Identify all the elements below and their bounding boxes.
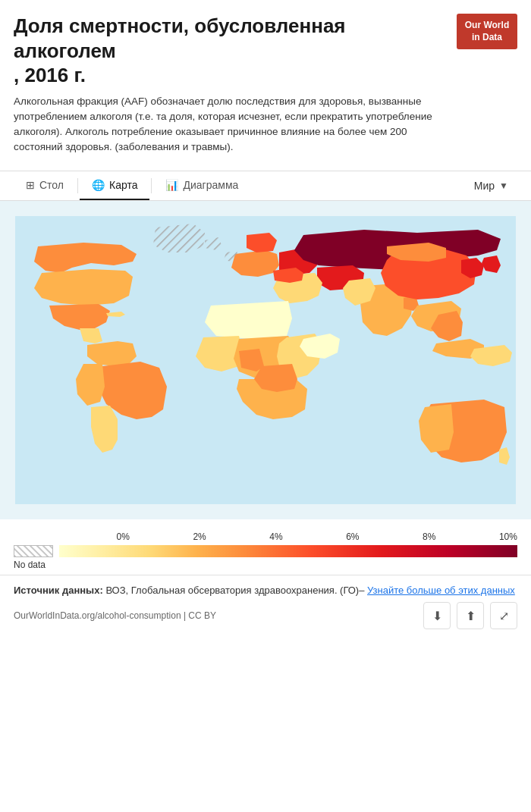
description-text: Алкогольная фракция (AAF) обозначает дол… — [14, 94, 449, 155]
tab-map[interactable]: 🌐 Карта — [80, 171, 149, 200]
legend-label-3: 6% — [346, 531, 359, 542]
tab-chart-label: Диаграмма — [183, 179, 238, 191]
our-world-in-data-logo: Our World in Data — [457, 14, 517, 49]
tab-table-label: Стол — [39, 179, 64, 191]
table-icon: ⊞ — [26, 179, 35, 191]
expand-icon: ⤢ — [499, 609, 509, 623]
map-container — [0, 201, 531, 519]
tab-table[interactable]: ⊞ Стол — [14, 171, 76, 200]
legend-no-data-label: No data — [14, 560, 53, 570]
legend-label-5: 10% — [499, 531, 517, 542]
footer: Источник данных: ВОЗ, Глобальная обсерва… — [0, 575, 531, 636]
subtitle-text: , 2016 г. — [14, 64, 86, 86]
legend-labels: 0% 2% 4% 6% 8% 10% — [14, 531, 517, 542]
footer-url: OurWorldInData.org/alcohol-consumption |… — [14, 610, 216, 621]
tab-chart[interactable]: 📊 Диаграмма — [153, 171, 250, 200]
legend-label-1: 2% — [193, 531, 206, 542]
share-button[interactable]: ⬆ — [457, 602, 484, 629]
source-text: Источник данных: ВОЗ, Глобальная обсерва… — [14, 583, 517, 598]
source-body: ВОЗ, Глобальная обсерватория здравоохран… — [105, 585, 364, 596]
page-title: Доля смертности, обусловленная алкоголем… — [14, 14, 449, 88]
footer-bottom: OurWorldInData.org/alcohol-consumption |… — [14, 602, 517, 629]
tab-map-label: Карта — [109, 179, 137, 191]
page-wrapper: Доля смертности, обусловленная алкоголем… — [0, 0, 531, 635]
download-button[interactable]: ⬇ — [423, 602, 451, 629]
logo-line2: in Data — [472, 32, 502, 42]
legend-area: 0% 2% 4% 6% 8% 10% No data — [0, 519, 531, 575]
expand-button[interactable]: ⤢ — [490, 602, 517, 629]
tab-bar: ⊞ Стол 🌐 Карта 📊 Диаграмма Мир ▼ — [0, 171, 531, 201]
dropdown-arrow-icon: ▼ — [499, 180, 508, 191]
share-icon: ⬆ — [466, 609, 476, 623]
legend-label-2: 4% — [269, 531, 282, 542]
title-text: Доля смертности, обусловленная алкоголем — [14, 14, 346, 62]
legend-no-data-spacer — [14, 531, 53, 542]
map-icon: 🌐 — [92, 179, 105, 191]
logo-line1: Our World — [465, 20, 509, 30]
tab-separator-1 — [77, 178, 78, 193]
region-selector[interactable]: Мир ▼ — [465, 172, 517, 199]
legend-label-4: 8% — [423, 531, 435, 542]
footer-actions: ⬇ ⬆ ⤢ — [423, 602, 517, 629]
source-link[interactable]: Узнайте больше об этих данных — [367, 585, 515, 596]
chart-icon: 📊 — [165, 179, 178, 191]
region-label: Мир — [474, 180, 495, 192]
legend-bar-row — [14, 545, 517, 557]
title-block: Доля смертности, обусловленная алкоголем… — [14, 14, 457, 155]
source-label: Источник данных: — [14, 585, 103, 596]
download-icon: ⬇ — [432, 609, 442, 623]
legend-gradient-bar — [59, 545, 517, 557]
world-map[interactable] — [15, 216, 516, 504]
header: Доля смертности, обусловленная алкоголем… — [0, 0, 531, 163]
tab-separator-2 — [151, 178, 152, 193]
legend-label-0: 0% — [117, 531, 130, 542]
legend-no-data-swatch — [14, 545, 53, 557]
